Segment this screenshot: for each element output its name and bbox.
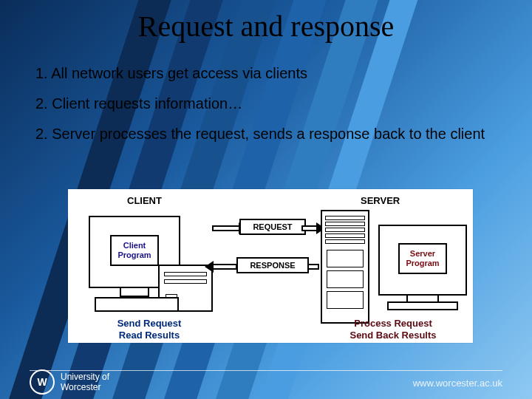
server-panel [327, 250, 364, 267]
bullet-3: 2. Server processes the request, sends a… [35, 124, 502, 144]
server-panel [327, 270, 364, 288]
server-panel [327, 291, 364, 309]
arrow-right-icon [301, 225, 318, 231]
server-bay [325, 239, 365, 244]
server-bay [325, 228, 365, 232]
server-tower [321, 210, 369, 324]
response-box: RESPONSE [236, 257, 309, 273]
slide-title: Request and response [0, 9, 532, 44]
server-heading: SERVER [361, 195, 400, 206]
bullet-2: 2. Client requests information… [35, 94, 502, 114]
drive-slot [164, 279, 207, 284]
drive-slot [164, 272, 207, 276]
server-monitor: Server Program [378, 225, 467, 296]
client-caption: Send Request Read Results [98, 318, 201, 341]
server-bay [325, 233, 365, 238]
client-monitor-stand [120, 287, 149, 297]
server-monitor-base [387, 301, 458, 310]
client-keyboard [95, 297, 179, 312]
server-bay [325, 216, 365, 220]
server-screen: Server Program [384, 231, 461, 287]
slide-body: 1. All network users get access via clie… [35, 58, 502, 154]
client-computer: Client Program [84, 213, 210, 309]
diagram: CLIENT SERVER Client Program REQUEST RES… [68, 189, 473, 343]
server-program-box: Server Program [398, 243, 446, 273]
arrow-left-icon [212, 264, 237, 270]
client-heading: CLIENT [127, 195, 162, 206]
server-bay [325, 222, 365, 226]
slide: Request and response 1. All network user… [0, 0, 532, 399]
logo-mark-icon: W [30, 369, 55, 395]
footer-logo: W University of Worcester [30, 369, 109, 395]
arrow-right-icon [212, 225, 240, 231]
org-name: University of Worcester [61, 372, 109, 392]
server-caption: Process Request Send Back Results [327, 318, 460, 341]
client-program-box: Client Program [110, 235, 158, 265]
footer-url: www.worcester.ac.uk [413, 378, 502, 389]
bullet-1: 1. All network users get access via clie… [35, 64, 502, 83]
request-box: REQUEST [239, 219, 306, 235]
